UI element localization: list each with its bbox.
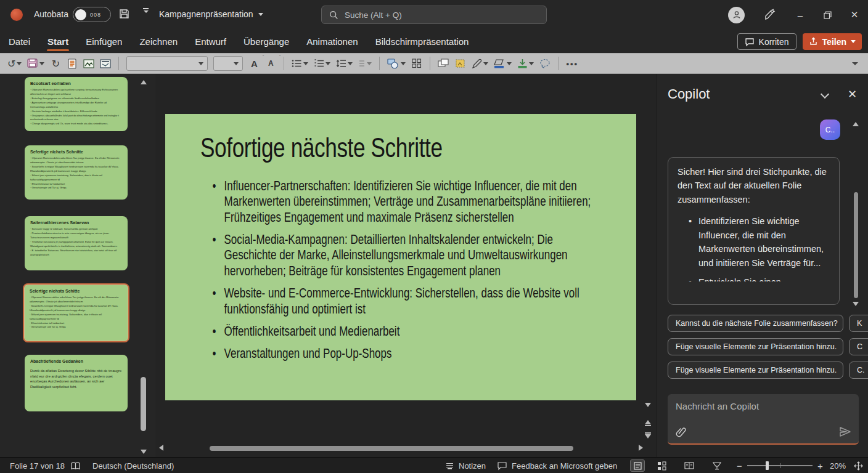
more-options-button[interactable]: •••: [566, 57, 578, 70]
suggestion-chip-2b-partial[interactable]: C: [849, 338, 868, 355]
powerpoint-window: Autobata 008 Kampagnenpräsentation: [0, 0, 868, 473]
numbering-button[interactable]: [314, 57, 330, 70]
fit-slide-to-window-button[interactable]: [854, 458, 863, 473]
duplicate-slide-button[interactable]: [438, 57, 449, 70]
ink-pen-icon[interactable]: [763, 8, 777, 22]
thumbnails-scroll-up[interactable]: [141, 80, 147, 84]
collapse-ribbon-chevron[interactable]: [850, 57, 861, 70]
picture-button[interactable]: [455, 57, 466, 70]
increase-font-button[interactable]: Aˆ: [248, 57, 260, 70]
autosave-toggle[interactable]: 008: [73, 7, 111, 22]
redo-button[interactable]: ↻: [50, 57, 61, 70]
save-icon[interactable]: [118, 8, 130, 20]
copilot-response-bullet: Identifizieren Sie wichtige Influencer, …: [678, 214, 830, 270]
slide-sorter-button[interactable]: [657, 458, 666, 473]
slide-body-text[interactable]: Influencer-Partnerschaften: Identifizier…: [211, 179, 601, 369]
restore-button[interactable]: [814, 0, 841, 30]
copilot-close-button[interactable]: ✕: [848, 87, 857, 101]
account-avatar[interactable]: [728, 7, 745, 23]
reading-view-button[interactable]: [684, 458, 694, 473]
document-title[interactable]: Kampagnenpräsentation: [159, 9, 263, 19]
suggestion-chip-2[interactable]: Füge visuelle Elemente zur Präsentation …: [668, 338, 843, 355]
attachment-paperclip-icon[interactable]: [675, 426, 687, 437]
tab-start[interactable]: Start: [41, 31, 75, 52]
image-button[interactable]: [83, 57, 94, 70]
slide-thumbnail-16[interactable]: Saiternathiercenes Sataevan · Sorvaste t…: [25, 216, 128, 270]
lasso-select-button[interactable]: [539, 57, 551, 70]
accessibility-check-icon[interactable]: [70, 458, 81, 473]
customize-quick-access-icon[interactable]: [143, 8, 149, 13]
slide-thumbnail-17-selected[interactable]: Sclertige nichsts Schitte · Ofpeanet Ram…: [23, 283, 129, 342]
zoom-in-button[interactable]: +: [817, 458, 823, 473]
line-spacing-button[interactable]: [336, 57, 353, 70]
copilot-collapse-chevron[interactable]: [822, 91, 828, 97]
font-size-select[interactable]: [213, 56, 243, 71]
suggestion-chip-1[interactable]: Kannst du die nächste Folie zusammenfass…: [668, 315, 843, 332]
suggestion-chip-3b-partial[interactable]: C.: [849, 362, 868, 379]
copilot-scroll-down[interactable]: [853, 302, 859, 306]
slide-thumbnail-18[interactable]: Abachtieflends Gedanken Durck da aflatia…: [25, 355, 128, 411]
tab-uebergaenge[interactable]: Übergänge: [237, 31, 296, 52]
horizontal-scrollbar[interactable]: [210, 446, 573, 451]
zoom-slider[interactable]: [747, 465, 813, 466]
slideshow-button[interactable]: [712, 458, 722, 473]
slide-canvas[interactable]: Sofortige nächste Schritte Influencer-Pa…: [165, 114, 636, 400]
copilot-response-card: Sicher! Hier sind drei Stichpunkte, die …: [668, 157, 840, 305]
close-button[interactable]: ✕: [841, 0, 868, 30]
layout-button[interactable]: [100, 57, 111, 70]
shapes-button[interactable]: [387, 57, 406, 70]
copilot-scrollbar[interactable]: [854, 192, 858, 298]
notes-button[interactable]: Notizen: [445, 458, 486, 473]
thumbnails-scrollbar[interactable]: [141, 377, 146, 431]
fill-color-button[interactable]: [517, 57, 534, 70]
document-format-button[interactable]: [67, 57, 78, 70]
comments-button[interactable]: Korriten: [737, 33, 796, 50]
zoom-slider-thumb[interactable]: [766, 461, 769, 470]
bullets-button[interactable]: [292, 57, 308, 70]
slide-thumbnail-15[interactable]: Sefertige nichcts Schnitte · Ofpeanet Ra…: [25, 145, 128, 200]
tab-einfuegen[interactable]: Einfügen: [79, 31, 129, 52]
chevron-down-icon: [851, 40, 856, 43]
language-indicator[interactable]: Deutsch (Deutschland): [92, 458, 174, 473]
minimize-button[interactable]: –: [787, 0, 814, 30]
tab-datei[interactable]: Datei: [2, 31, 37, 52]
suggestion-chip-3[interactable]: Füge visuelle Elemente zur Präsentation …: [668, 362, 843, 379]
font-family-select[interactable]: [126, 56, 208, 71]
zoom-out-button[interactable]: −: [737, 458, 742, 473]
zoom-level[interactable]: 20%: [830, 458, 846, 473]
ribbon-tab-bar: Datei Start Einfügen Zeichnen Entwurf Üb…: [0, 30, 868, 53]
search-bar[interactable]: [321, 6, 547, 24]
search-input[interactable]: [345, 10, 539, 20]
feedback-button[interactable]: Feedback an Microsoft geben: [497, 458, 617, 473]
shape-outline-button[interactable]: [494, 57, 512, 70]
tab-zeichnen[interactable]: Zeichnen: [133, 31, 184, 52]
previous-slide-button[interactable]: [645, 420, 651, 426]
normal-view-button[interactable]: [630, 459, 645, 472]
feedback-bubble-icon: [497, 461, 507, 471]
copilot-message-input[interactable]: [668, 394, 859, 426]
chevron-down-icon: [258, 13, 263, 16]
decrease-font-button[interactable]: Aˇ: [265, 57, 276, 70]
copilot-user-badge: C..: [820, 119, 840, 140]
share-button[interactable]: Teilen: [803, 33, 862, 50]
thumbnails-scroll-down[interactable]: [141, 450, 147, 454]
scroll-down-button[interactable]: [645, 403, 651, 407]
save-button[interactable]: [27, 57, 44, 70]
undo-button[interactable]: ↺: [7, 57, 22, 70]
draw-pen-button[interactable]: [472, 57, 488, 70]
slide-bullet: Öffentlichkeitsarbeit und Medienarbeit: [211, 324, 601, 339]
slide-thumbnail-4[interactable]: Bcootsart eorliatien · Ofpeanet Ramrecsd…: [25, 77, 128, 131]
tab-bildschirmpraesentation[interactable]: Bildschirmpräsentation: [369, 31, 476, 52]
slide-title[interactable]: Sofortige nächste Schritte: [200, 132, 443, 163]
copilot-scroll-up[interactable]: [853, 122, 859, 126]
scroll-right-button[interactable]: [639, 445, 643, 451]
send-icon[interactable]: [839, 426, 851, 437]
arrange-button[interactable]: [411, 57, 422, 70]
suggestion-chip-1b-partial[interactable]: K: [849, 315, 868, 332]
scroll-left-button[interactable]: [159, 445, 163, 451]
copilot-message-box[interactable]: [668, 394, 859, 445]
tab-entwurf[interactable]: Entwurf: [188, 31, 233, 52]
indent-button[interactable]: [358, 57, 372, 70]
next-slide-button[interactable]: [645, 432, 651, 439]
tab-animationen[interactable]: Animationen: [300, 31, 364, 52]
